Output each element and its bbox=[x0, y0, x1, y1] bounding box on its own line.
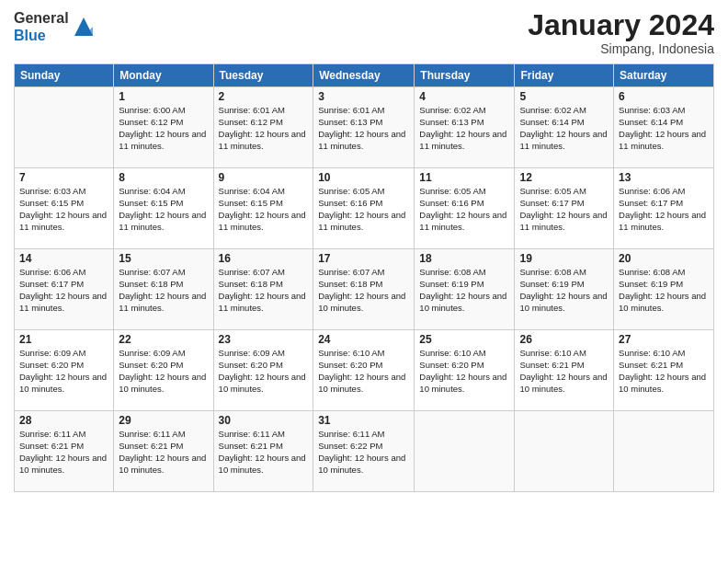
day-number: 18 bbox=[419, 252, 509, 265]
day-number: 15 bbox=[119, 252, 208, 265]
day-info: Sunrise: 6:11 AMSunset: 6:21 PMDaylight:… bbox=[119, 429, 208, 476]
day-number: 29 bbox=[119, 414, 208, 427]
day-number: 7 bbox=[19, 171, 108, 184]
calendar-cell: 8Sunrise: 6:04 AMSunset: 6:15 PMDaylight… bbox=[114, 168, 213, 249]
calendar-cell: 18Sunrise: 6:08 AMSunset: 6:19 PMDayligh… bbox=[415, 249, 515, 330]
day-info: Sunrise: 6:10 AMSunset: 6:21 PMDaylight:… bbox=[619, 348, 709, 395]
calendar-cell: 17Sunrise: 6:07 AMSunset: 6:18 PMDayligh… bbox=[313, 249, 415, 330]
day-info: Sunrise: 6:01 AMSunset: 6:12 PMDaylight:… bbox=[219, 105, 309, 152]
calendar-cell: 5Sunrise: 6:02 AMSunset: 6:14 PMDaylight… bbox=[515, 87, 614, 168]
calendar-cell: 26Sunrise: 6:10 AMSunset: 6:21 PMDayligh… bbox=[515, 330, 614, 411]
calendar-cell: 12Sunrise: 6:05 AMSunset: 6:17 PMDayligh… bbox=[515, 168, 614, 249]
day-info: Sunrise: 6:10 AMSunset: 6:20 PMDaylight:… bbox=[419, 348, 509, 395]
day-info: Sunrise: 6:10 AMSunset: 6:21 PMDaylight:… bbox=[519, 348, 609, 395]
day-number: 14 bbox=[19, 252, 108, 265]
day-info: Sunrise: 6:08 AMSunset: 6:19 PMDaylight:… bbox=[519, 267, 609, 314]
day-info: Sunrise: 6:08 AMSunset: 6:19 PMDaylight:… bbox=[419, 267, 509, 314]
calendar-cell: 15Sunrise: 6:07 AMSunset: 6:18 PMDayligh… bbox=[114, 249, 213, 330]
day-number: 16 bbox=[219, 252, 309, 265]
day-info: Sunrise: 6:07 AMSunset: 6:18 PMDaylight:… bbox=[219, 267, 309, 314]
day-info: Sunrise: 6:11 AMSunset: 6:21 PMDaylight:… bbox=[219, 429, 309, 476]
day-number: 1 bbox=[119, 90, 208, 103]
day-number: 24 bbox=[318, 333, 409, 346]
day-number: 4 bbox=[419, 90, 509, 103]
day-number: 25 bbox=[419, 333, 509, 346]
day-info: Sunrise: 6:11 AMSunset: 6:22 PMDaylight:… bbox=[318, 429, 409, 476]
calendar-cell: 9Sunrise: 6:04 AMSunset: 6:15 PMDaylight… bbox=[213, 168, 313, 249]
day-info: Sunrise: 6:03 AMSunset: 6:14 PMDaylight:… bbox=[619, 105, 709, 152]
day-number: 23 bbox=[219, 333, 309, 346]
calendar-week-row: 7Sunrise: 6:03 AMSunset: 6:15 PMDaylight… bbox=[15, 168, 714, 249]
day-number: 21 bbox=[19, 333, 108, 346]
weekday-header: Saturday bbox=[614, 64, 714, 87]
calendar-cell: 28Sunrise: 6:11 AMSunset: 6:21 PMDayligh… bbox=[15, 411, 114, 492]
calendar-cell: 24Sunrise: 6:10 AMSunset: 6:20 PMDayligh… bbox=[313, 330, 415, 411]
calendar-week-row: 1Sunrise: 6:00 AMSunset: 6:12 PMDaylight… bbox=[15, 87, 714, 168]
day-info: Sunrise: 6:06 AMSunset: 6:17 PMDaylight:… bbox=[619, 186, 709, 233]
location: Simpang, Indonesia bbox=[528, 41, 714, 56]
calendar-cell: 13Sunrise: 6:06 AMSunset: 6:17 PMDayligh… bbox=[614, 168, 714, 249]
logo-text: General Blue bbox=[14, 9, 69, 44]
day-info: Sunrise: 6:11 AMSunset: 6:21 PMDaylight:… bbox=[19, 429, 108, 476]
logo-icon bbox=[71, 14, 97, 40]
calendar-cell: 7Sunrise: 6:03 AMSunset: 6:15 PMDaylight… bbox=[15, 168, 114, 249]
day-number: 12 bbox=[519, 171, 609, 184]
calendar-week-row: 21Sunrise: 6:09 AMSunset: 6:20 PMDayligh… bbox=[15, 330, 714, 411]
day-info: Sunrise: 6:09 AMSunset: 6:20 PMDaylight:… bbox=[19, 348, 108, 395]
day-number: 8 bbox=[119, 171, 208, 184]
calendar-cell: 11Sunrise: 6:05 AMSunset: 6:16 PMDayligh… bbox=[415, 168, 515, 249]
month-title: January 2024 bbox=[528, 9, 714, 41]
day-number: 27 bbox=[619, 333, 709, 346]
day-number: 17 bbox=[318, 252, 409, 265]
day-info: Sunrise: 6:03 AMSunset: 6:15 PMDaylight:… bbox=[19, 186, 108, 233]
calendar-cell: 6Sunrise: 6:03 AMSunset: 6:14 PMDaylight… bbox=[614, 87, 714, 168]
calendar-cell: 3Sunrise: 6:01 AMSunset: 6:13 PMDaylight… bbox=[313, 87, 415, 168]
weekday-header: Monday bbox=[114, 64, 213, 87]
weekday-header: Friday bbox=[515, 64, 614, 87]
calendar-cell: 23Sunrise: 6:09 AMSunset: 6:20 PMDayligh… bbox=[213, 330, 313, 411]
day-number: 9 bbox=[219, 171, 309, 184]
day-number: 31 bbox=[318, 414, 409, 427]
page: General Blue January 2024 Simpang, Indon… bbox=[0, 0, 728, 563]
calendar-header-row: SundayMondayTuesdayWednesdayThursdayFrid… bbox=[15, 64, 714, 87]
day-info: Sunrise: 6:02 AMSunset: 6:14 PMDaylight:… bbox=[519, 105, 609, 152]
calendar-cell: 25Sunrise: 6:10 AMSunset: 6:20 PMDayligh… bbox=[415, 330, 515, 411]
day-info: Sunrise: 6:07 AMSunset: 6:18 PMDaylight:… bbox=[318, 267, 409, 314]
calendar-cell bbox=[614, 411, 714, 492]
day-number: 20 bbox=[619, 252, 709, 265]
day-info: Sunrise: 6:06 AMSunset: 6:17 PMDaylight:… bbox=[19, 267, 108, 314]
day-info: Sunrise: 6:05 AMSunset: 6:16 PMDaylight:… bbox=[419, 186, 509, 233]
title-area: January 2024 Simpang, Indonesia bbox=[528, 9, 714, 56]
day-info: Sunrise: 6:09 AMSunset: 6:20 PMDaylight:… bbox=[119, 348, 208, 395]
calendar-cell bbox=[415, 411, 515, 492]
day-info: Sunrise: 6:07 AMSunset: 6:18 PMDaylight:… bbox=[119, 267, 208, 314]
day-number: 11 bbox=[419, 171, 509, 184]
day-info: Sunrise: 6:01 AMSunset: 6:13 PMDaylight:… bbox=[318, 105, 409, 152]
calendar-cell: 2Sunrise: 6:01 AMSunset: 6:12 PMDaylight… bbox=[213, 87, 313, 168]
day-number: 28 bbox=[19, 414, 108, 427]
day-info: Sunrise: 6:05 AMSunset: 6:17 PMDaylight:… bbox=[519, 186, 609, 233]
day-number: 13 bbox=[619, 171, 709, 184]
calendar-week-row: 14Sunrise: 6:06 AMSunset: 6:17 PMDayligh… bbox=[15, 249, 714, 330]
weekday-header: Wednesday bbox=[313, 64, 415, 87]
calendar-cell bbox=[15, 87, 114, 168]
calendar-cell: 30Sunrise: 6:11 AMSunset: 6:21 PMDayligh… bbox=[213, 411, 313, 492]
day-info: Sunrise: 6:00 AMSunset: 6:12 PMDaylight:… bbox=[119, 105, 208, 152]
day-number: 30 bbox=[219, 414, 309, 427]
calendar-cell: 21Sunrise: 6:09 AMSunset: 6:20 PMDayligh… bbox=[15, 330, 114, 411]
calendar-cell: 31Sunrise: 6:11 AMSunset: 6:22 PMDayligh… bbox=[313, 411, 415, 492]
day-info: Sunrise: 6:04 AMSunset: 6:15 PMDaylight:… bbox=[219, 186, 309, 233]
day-info: Sunrise: 6:04 AMSunset: 6:15 PMDaylight:… bbox=[119, 186, 208, 233]
calendar-cell: 1Sunrise: 6:00 AMSunset: 6:12 PMDaylight… bbox=[114, 87, 213, 168]
calendar-cell: 14Sunrise: 6:06 AMSunset: 6:17 PMDayligh… bbox=[15, 249, 114, 330]
calendar-cell: 20Sunrise: 6:08 AMSunset: 6:19 PMDayligh… bbox=[614, 249, 714, 330]
day-number: 26 bbox=[519, 333, 609, 346]
logo: General Blue bbox=[14, 9, 97, 44]
day-info: Sunrise: 6:10 AMSunset: 6:20 PMDaylight:… bbox=[318, 348, 409, 395]
calendar-cell: 16Sunrise: 6:07 AMSunset: 6:18 PMDayligh… bbox=[213, 249, 313, 330]
calendar-cell: 27Sunrise: 6:10 AMSunset: 6:21 PMDayligh… bbox=[614, 330, 714, 411]
calendar-cell: 4Sunrise: 6:02 AMSunset: 6:13 PMDaylight… bbox=[415, 87, 515, 168]
day-info: Sunrise: 6:08 AMSunset: 6:19 PMDaylight:… bbox=[619, 267, 709, 314]
weekday-header: Thursday bbox=[415, 64, 515, 87]
day-info: Sunrise: 6:02 AMSunset: 6:13 PMDaylight:… bbox=[419, 105, 509, 152]
